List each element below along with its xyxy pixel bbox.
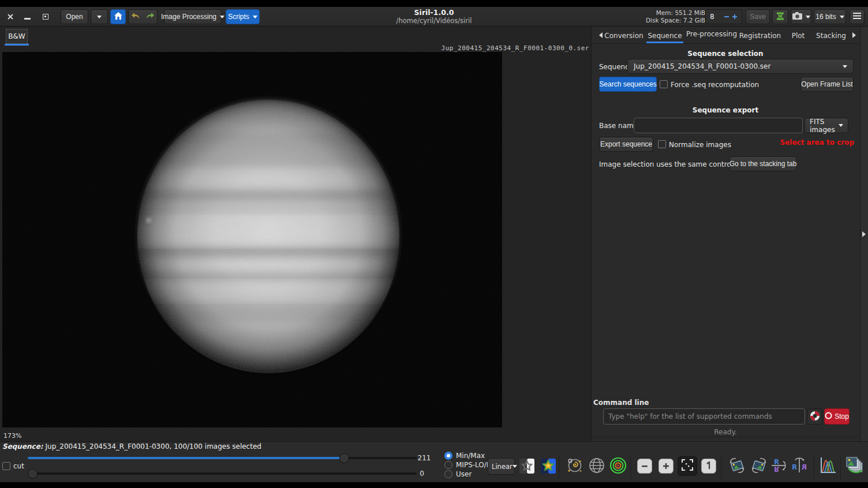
undo-icon [131,12,140,21]
top-border [0,0,868,7]
panel-expander-strip[interactable] [860,27,868,441]
rotate-right-icon [750,457,768,476]
sequence-export-title: Sequence export [591,106,860,114]
zoom-out-button[interactable] [637,459,652,474]
normalize-images-label: Normalize images [669,141,731,149]
status-divider [592,437,859,437]
minmax-radio[interactable] [444,452,452,460]
high-slider[interactable] [28,457,417,459]
redo-button[interactable] [143,9,158,24]
flip-horizontal-button[interactable]: R R [791,457,808,476]
open-recent-dropdown[interactable] [91,9,108,24]
mips-lohi-radio[interactable] [444,461,452,469]
home-icon [114,12,122,21]
image-processing-menu[interactable]: Image Processing [164,9,222,24]
tab-sequence[interactable]: Sequence [648,32,682,40]
bit-depth-dropdown[interactable]: 16 bits [814,9,846,24]
save-button[interactable]: Save [746,9,770,24]
image-filename: Jup_200415_204534_R_F0001-0300_0.ser [0,44,589,52]
zoom-fit-button[interactable] [678,456,697,476]
tabs-scroll-right-icon[interactable] [852,32,859,38]
command-help-button[interactable] [807,408,822,425]
tabs-scroll-left-icon[interactable] [596,32,603,38]
scripts-menu[interactable]: Scripts [226,9,260,24]
plus-icon[interactable] [731,12,738,22]
user-radio[interactable] [444,470,452,478]
sequence-list-button[interactable] [845,456,865,478]
chevron-down-icon [97,16,102,21]
chevron-down-icon [220,16,225,21]
scale-dropdown[interactable]: Linear [488,458,515,475]
svg-text:R: R [774,458,779,466]
snapshot-button[interactable] [791,9,811,24]
tab-registration[interactable]: Registration [739,32,781,40]
tab-conversion[interactable]: Conversion [604,32,643,40]
tab-pre-processing[interactable]: Pre-processing [686,30,737,38]
rotate-right-button[interactable] [750,457,768,476]
normalize-images-checkbox[interactable] [658,140,666,148]
zoom-in-button[interactable] [659,459,674,474]
minus-icon [641,461,648,472]
export-format-dropdown[interactable]: FITS images [805,118,848,133]
tab-bw[interactable]: B&W [6,29,28,44]
svg-text:R: R [792,463,797,471]
astrometry-button[interactable] [566,457,583,476]
close-window-icon[interactable] [7,12,14,22]
grid-button[interactable] [588,457,605,476]
undo-button[interactable] [128,9,143,24]
home-button[interactable] [110,9,126,24]
maximize-window-icon[interactable] [43,14,48,20]
camera-icon [792,12,802,21]
false-color-button[interactable] [540,458,556,476]
hamburger-menu-button[interactable] [850,9,865,24]
psf-button[interactable] [609,457,627,476]
status-ready: Ready. [591,428,860,436]
open-button[interactable]: Open [61,9,88,24]
go-to-stacking-button[interactable]: Go to the stacking tab [729,156,796,171]
minus-icon[interactable] [723,12,730,22]
high-slider-handle[interactable] [339,453,349,463]
psf-target-icon [609,457,627,476]
low-slider-handle[interactable] [28,469,38,479]
tab-stacking[interactable]: Stacking [816,32,846,40]
minimize-window-icon[interactable] [24,18,31,20]
low-slider[interactable] [28,472,417,475]
sequence-info-label: Sequence: [2,442,43,451]
globe-icon [588,457,605,476]
sequence-selection-title: Sequence selection [591,50,860,58]
image-canvas[interactable] [2,52,502,427]
force-seq-recompute-checkbox[interactable] [660,80,668,88]
command-line-title: Command line [593,399,649,407]
chevron-down-icon [806,16,810,21]
galaxy-icon [566,457,583,476]
flip-vertical-button[interactable]: R R [770,457,788,476]
search-sequences-button[interactable]: Search sequences [599,77,657,92]
preview-spinner[interactable]: 8 [705,9,742,24]
working-directory: /home/cyril/Vidéos/siril [347,17,521,25]
tab-plot[interactable]: Plot [792,32,805,40]
stop-button[interactable]: Stop [824,408,850,425]
fit-to-window-icon [682,459,693,473]
histogram-button[interactable] [818,456,837,478]
zoom-one-to-one-button[interactable] [701,459,716,474]
open-frame-list-button[interactable]: Open Frame List [800,77,854,92]
cut-checkbox[interactable] [2,462,10,470]
rotate-left-button[interactable] [728,457,746,476]
sequence-combobox[interactable]: Jup_200415_204534_R_F0001-0300.ser [627,59,854,74]
base-name-input[interactable] [634,118,803,133]
plus-icon [663,461,669,472]
export-sequence-button[interactable]: Export sequence [599,137,653,152]
stacking-shift-button[interactable] [772,9,788,24]
histogram-icon [818,456,837,478]
high-slider-fill [28,457,345,459]
negative-view-button[interactable] [519,458,535,476]
expand-panel-icon[interactable] [862,231,868,237]
jupiter-image [2,52,502,427]
disk-space: Disk Space: 7.2 GiB [619,17,705,24]
spinner-value: 8 [706,13,714,21]
bottom-border [0,482,868,488]
redo-icon [145,12,155,21]
force-seq-recompute-label: Force .seq recomputation [671,81,759,89]
one-to-one-icon [705,461,712,471]
command-line-input[interactable] [603,408,805,425]
